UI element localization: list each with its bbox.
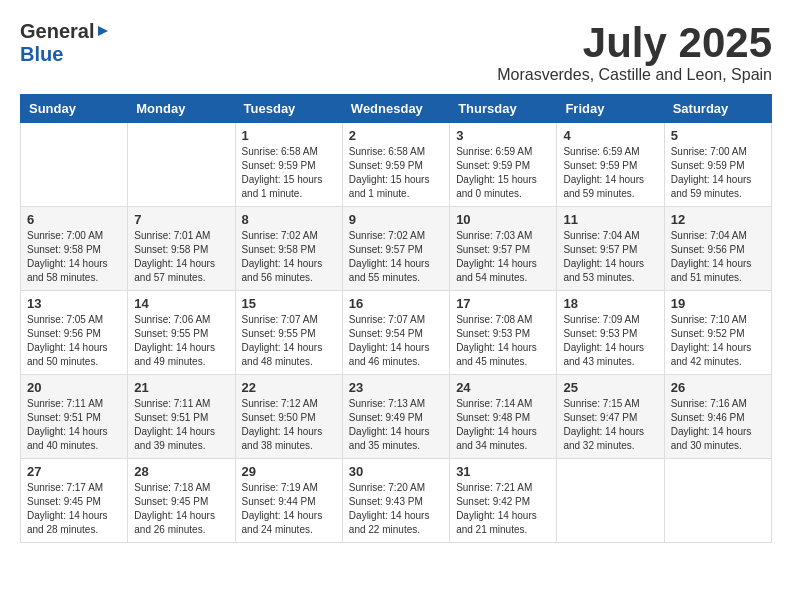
calendar-cell [21,123,128,207]
day-info: Sunrise: 7:09 AMSunset: 9:53 PMDaylight:… [563,313,657,369]
day-number: 13 [27,296,121,311]
day-info: Sunrise: 7:05 AMSunset: 9:56 PMDaylight:… [27,313,121,369]
calendar-cell: 29Sunrise: 7:19 AMSunset: 9:44 PMDayligh… [235,459,342,543]
day-number: 14 [134,296,228,311]
day-info: Sunrise: 6:58 AMSunset: 9:59 PMDaylight:… [242,145,336,201]
calendar-cell: 23Sunrise: 7:13 AMSunset: 9:49 PMDayligh… [342,375,449,459]
calendar-cell: 9Sunrise: 7:02 AMSunset: 9:57 PMDaylight… [342,207,449,291]
header-thursday: Thursday [450,95,557,123]
page-header: General Blue July 2025 Morasverdes, Cast… [20,20,772,84]
calendar-cell: 10Sunrise: 7:03 AMSunset: 9:57 PMDayligh… [450,207,557,291]
day-number: 20 [27,380,121,395]
header-saturday: Saturday [664,95,771,123]
calendar-cell: 21Sunrise: 7:11 AMSunset: 9:51 PMDayligh… [128,375,235,459]
calendar-cell: 22Sunrise: 7:12 AMSunset: 9:50 PMDayligh… [235,375,342,459]
day-info: Sunrise: 7:16 AMSunset: 9:46 PMDaylight:… [671,397,765,453]
day-number: 27 [27,464,121,479]
calendar-cell: 30Sunrise: 7:20 AMSunset: 9:43 PMDayligh… [342,459,449,543]
calendar-cell [128,123,235,207]
day-number: 21 [134,380,228,395]
day-number: 5 [671,128,765,143]
day-info: Sunrise: 7:07 AMSunset: 9:55 PMDaylight:… [242,313,336,369]
day-number: 8 [242,212,336,227]
logo-general: General [20,20,94,43]
day-info: Sunrise: 7:01 AMSunset: 9:58 PMDaylight:… [134,229,228,285]
calendar-week-row: 20Sunrise: 7:11 AMSunset: 9:51 PMDayligh… [21,375,772,459]
calendar-cell: 18Sunrise: 7:09 AMSunset: 9:53 PMDayligh… [557,291,664,375]
calendar-cell: 16Sunrise: 7:07 AMSunset: 9:54 PMDayligh… [342,291,449,375]
day-number: 17 [456,296,550,311]
calendar-cell: 31Sunrise: 7:21 AMSunset: 9:42 PMDayligh… [450,459,557,543]
day-number: 23 [349,380,443,395]
header-monday: Monday [128,95,235,123]
calendar-table: SundayMondayTuesdayWednesdayThursdayFrid… [20,94,772,543]
calendar-header-row: SundayMondayTuesdayWednesdayThursdayFrid… [21,95,772,123]
calendar-cell: 14Sunrise: 7:06 AMSunset: 9:55 PMDayligh… [128,291,235,375]
day-number: 3 [456,128,550,143]
day-number: 29 [242,464,336,479]
calendar-cell: 3Sunrise: 6:59 AMSunset: 9:59 PMDaylight… [450,123,557,207]
calendar-cell: 7Sunrise: 7:01 AMSunset: 9:58 PMDaylight… [128,207,235,291]
day-number: 18 [563,296,657,311]
calendar-cell: 19Sunrise: 7:10 AMSunset: 9:52 PMDayligh… [664,291,771,375]
day-info: Sunrise: 7:00 AMSunset: 9:59 PMDaylight:… [671,145,765,201]
calendar-cell [664,459,771,543]
day-info: Sunrise: 7:06 AMSunset: 9:55 PMDaylight:… [134,313,228,369]
day-info: Sunrise: 7:20 AMSunset: 9:43 PMDaylight:… [349,481,443,537]
title-section: July 2025 Morasverdes, Castille and Leon… [497,20,772,84]
day-number: 16 [349,296,443,311]
calendar-week-row: 13Sunrise: 7:05 AMSunset: 9:56 PMDayligh… [21,291,772,375]
day-number: 4 [563,128,657,143]
calendar-cell: 11Sunrise: 7:04 AMSunset: 9:57 PMDayligh… [557,207,664,291]
month-year-title: July 2025 [497,20,772,66]
day-number: 1 [242,128,336,143]
day-number: 30 [349,464,443,479]
day-info: Sunrise: 7:11 AMSunset: 9:51 PMDaylight:… [27,397,121,453]
day-number: 25 [563,380,657,395]
day-info: Sunrise: 7:04 AMSunset: 9:56 PMDaylight:… [671,229,765,285]
location-title: Morasverdes, Castille and Leon, Spain [497,66,772,84]
day-info: Sunrise: 7:15 AMSunset: 9:47 PMDaylight:… [563,397,657,453]
calendar-week-row: 6Sunrise: 7:00 AMSunset: 9:58 PMDaylight… [21,207,772,291]
logo-blue: Blue [20,43,63,65]
day-info: Sunrise: 7:03 AMSunset: 9:57 PMDaylight:… [456,229,550,285]
day-number: 9 [349,212,443,227]
calendar-cell: 12Sunrise: 7:04 AMSunset: 9:56 PMDayligh… [664,207,771,291]
day-number: 6 [27,212,121,227]
calendar-cell: 27Sunrise: 7:17 AMSunset: 9:45 PMDayligh… [21,459,128,543]
calendar-cell: 1Sunrise: 6:58 AMSunset: 9:59 PMDaylight… [235,123,342,207]
day-number: 19 [671,296,765,311]
day-info: Sunrise: 7:04 AMSunset: 9:57 PMDaylight:… [563,229,657,285]
day-info: Sunrise: 7:18 AMSunset: 9:45 PMDaylight:… [134,481,228,537]
day-info: Sunrise: 7:19 AMSunset: 9:44 PMDaylight:… [242,481,336,537]
calendar-cell: 17Sunrise: 7:08 AMSunset: 9:53 PMDayligh… [450,291,557,375]
calendar-cell: 25Sunrise: 7:15 AMSunset: 9:47 PMDayligh… [557,375,664,459]
calendar-week-row: 1Sunrise: 6:58 AMSunset: 9:59 PMDaylight… [21,123,772,207]
header-friday: Friday [557,95,664,123]
calendar-cell: 2Sunrise: 6:58 AMSunset: 9:59 PMDaylight… [342,123,449,207]
header-wednesday: Wednesday [342,95,449,123]
header-sunday: Sunday [21,95,128,123]
day-info: Sunrise: 6:59 AMSunset: 9:59 PMDaylight:… [456,145,550,201]
svg-marker-0 [98,26,108,36]
day-info: Sunrise: 6:59 AMSunset: 9:59 PMDaylight:… [563,145,657,201]
day-info: Sunrise: 7:12 AMSunset: 9:50 PMDaylight:… [242,397,336,453]
header-tuesday: Tuesday [235,95,342,123]
day-info: Sunrise: 7:07 AMSunset: 9:54 PMDaylight:… [349,313,443,369]
day-info: Sunrise: 7:10 AMSunset: 9:52 PMDaylight:… [671,313,765,369]
calendar-cell: 24Sunrise: 7:14 AMSunset: 9:48 PMDayligh… [450,375,557,459]
calendar-cell: 8Sunrise: 7:02 AMSunset: 9:58 PMDaylight… [235,207,342,291]
calendar-cell: 20Sunrise: 7:11 AMSunset: 9:51 PMDayligh… [21,375,128,459]
calendar-cell: 15Sunrise: 7:07 AMSunset: 9:55 PMDayligh… [235,291,342,375]
day-info: Sunrise: 7:00 AMSunset: 9:58 PMDaylight:… [27,229,121,285]
logo: General Blue [20,20,110,66]
day-info: Sunrise: 6:58 AMSunset: 9:59 PMDaylight:… [349,145,443,201]
day-number: 15 [242,296,336,311]
logo-triangle [96,24,110,42]
calendar-cell: 28Sunrise: 7:18 AMSunset: 9:45 PMDayligh… [128,459,235,543]
day-number: 24 [456,380,550,395]
day-number: 31 [456,464,550,479]
calendar-cell: 4Sunrise: 6:59 AMSunset: 9:59 PMDaylight… [557,123,664,207]
day-info: Sunrise: 7:08 AMSunset: 9:53 PMDaylight:… [456,313,550,369]
day-info: Sunrise: 7:17 AMSunset: 9:45 PMDaylight:… [27,481,121,537]
